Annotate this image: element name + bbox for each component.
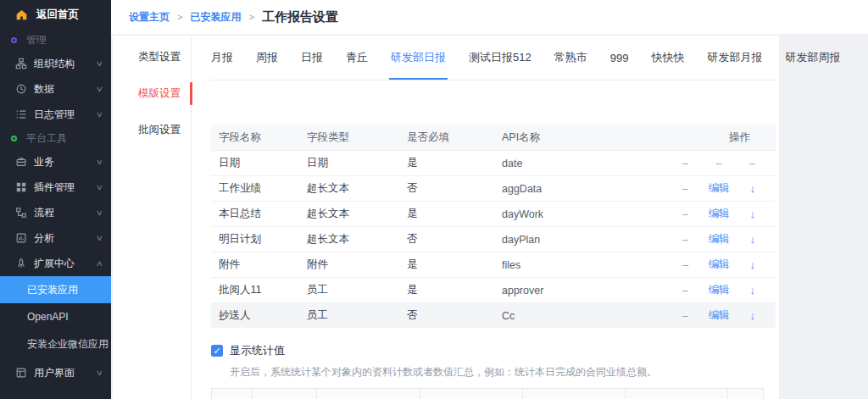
cell-required: 是 (399, 283, 494, 297)
table-row: 工作业绩 超长文本 否 aggData –编辑↓ (211, 175, 776, 201)
sidebar-item-data[interactable]: 数据 ∨ (0, 76, 111, 102)
cell-api-name: dayPlan (494, 234, 682, 246)
breadcrumb-settings-home[interactable]: 设置主页 (129, 10, 170, 25)
content-card: 类型设置 模版设置 批阅设置 月报 周报 日报 青丘 研发部日报 测试日报512… (113, 36, 779, 399)
tab-test-daily-512[interactable]: 测试日报512 (469, 36, 531, 80)
cell-required: 否 (399, 232, 494, 247)
sidebar-subitem-label: 安装企业微信应用 (27, 337, 108, 352)
move-down-icon[interactable]: ↓ (749, 309, 755, 322)
menu-item-type-settings[interactable]: 类型设置 (113, 39, 191, 75)
col-header-required: 是否必填 (399, 130, 494, 145)
op-placeholder: – (682, 234, 688, 246)
tab-999[interactable]: 999 (610, 36, 629, 80)
sidebar-item-label: 流程 (34, 206, 54, 220)
cell-field-name: 抄送人 (211, 308, 299, 323)
sidebar-subitem-openapi[interactable]: OpenAPI (0, 303, 111, 330)
chevron-down-icon: ∨ (96, 59, 103, 68)
table-row: 日期 日期 是 date ––– (211, 150, 776, 175)
edit-link[interactable]: 编辑 (709, 308, 730, 323)
move-down-icon[interactable]: ↓ (749, 284, 755, 296)
move-down-icon[interactable]: ↓ (749, 233, 755, 246)
op-placeholder: – (682, 259, 688, 271)
cell-field-type: 日期 (299, 156, 399, 170)
tab-rd-daily[interactable]: 研发部日报 (391, 36, 446, 80)
stats-description: 开启后，系统统计某个对象内的资料计数或者数值汇总，例如：统计本日完成的合同业绩总… (211, 365, 776, 380)
rocket-icon (15, 258, 27, 269)
tab-weekly[interactable]: 周报 (256, 36, 278, 80)
sidebar-subitem-installed-apps[interactable]: 已安装应用 (0, 276, 111, 303)
col-header-field-type: 字段类型 (299, 130, 399, 145)
org-structure-icon (15, 58, 27, 69)
table-row: 本日总结 超长文本 是 dayWork –编辑↓ (211, 201, 776, 226)
chevron-down-icon: ∨ (96, 183, 103, 191)
sidebar-item-org-structure[interactable]: 组织结构 ∨ (0, 51, 111, 76)
edit-link[interactable]: 编辑 (709, 232, 730, 247)
report-tabs: 月报 周报 日报 青丘 研发部日报 测试日报512 常熟市 999 快快快 研发… (211, 36, 776, 80)
cell-field-type: 员工 (299, 308, 399, 323)
cell-field-type: 超长文本 (299, 207, 399, 221)
sidebar-item-label: 组织结构 (34, 57, 75, 71)
chevron-right-icon: > (177, 12, 182, 22)
chevron-down-icon: ∨ (96, 208, 103, 217)
cell-api-name: files (494, 259, 682, 271)
cell-field-type: 附件 (299, 258, 399, 272)
tab-rd-weekly[interactable]: 研发部周报 (785, 36, 840, 80)
sidebar-subitem-label: 已安装应用 (27, 283, 78, 297)
sidebar-item-label: 插件管理 (34, 180, 75, 195)
edit-link[interactable]: 编辑 (709, 181, 730, 196)
sidebar-item-extension-center[interactable]: 扩展中心 ∧ (0, 251, 111, 276)
edit-link[interactable]: 编辑 (709, 258, 730, 272)
data-icon (15, 83, 27, 95)
sidebar-item-label: 分析 (34, 231, 54, 246)
flow-icon (15, 207, 27, 219)
edit-link[interactable]: 编辑 (709, 283, 730, 297)
op-placeholder: – (682, 183, 688, 195)
tab-qingqiu[interactable]: 青丘 (346, 36, 368, 80)
log-icon (15, 108, 27, 120)
cell-field-name: 工作业绩 (211, 181, 299, 196)
sidebar-subitem-install-wecom-app[interactable]: 安装企业微信应用 (0, 330, 111, 357)
op-placeholder: – (682, 208, 688, 220)
sidebar-item-label: 业务 (34, 155, 54, 169)
sidebar-item-log-management[interactable]: 日志管理 ∨ (0, 102, 111, 127)
back-home-label: 返回首页 (36, 8, 79, 22)
move-down-icon[interactable]: ↓ (749, 208, 755, 220)
cell-field-name: 批阅人11 (211, 283, 299, 297)
cell-required: 否 (399, 308, 494, 323)
sidebar-item-label: 数据 (34, 82, 54, 97)
sidebar-item-business[interactable]: 业务 ∨ (0, 149, 111, 175)
cell-field-type: 超长文本 (299, 181, 399, 196)
sidebar-item-flow[interactable]: 流程 ∨ (0, 200, 111, 225)
sidebar-item-label: 用户界面 (34, 366, 75, 380)
show-stats-checkbox[interactable]: ✓ (211, 345, 223, 357)
cell-api-name: aggData (494, 183, 682, 195)
cell-field-name: 本日总结 (211, 207, 299, 221)
menu-item-review-settings[interactable]: 批阅设置 (113, 112, 191, 148)
settings-menu: 类型设置 模版设置 批阅设置 (113, 36, 192, 399)
sidebar-item-plugin-management[interactable]: 插件管理 ∨ (0, 175, 111, 200)
tab-daily[interactable]: 日报 (301, 36, 323, 80)
move-down-icon[interactable]: ↓ (749, 258, 755, 271)
back-home-button[interactable]: 返回首页 (0, 0, 111, 29)
menu-item-template-settings[interactable]: 模版设置 (113, 75, 191, 112)
sidebar-item-analysis[interactable]: 分析 ∨ (0, 225, 111, 251)
ui-layout-icon (15, 367, 27, 379)
table-row: 抄送人 员工 否 Cc –编辑↓ (211, 302, 776, 328)
cell-required: 是 (399, 258, 494, 272)
tab-monthly[interactable]: 月报 (211, 36, 233, 80)
breadcrumb: 设置主页 > 已安装应用 > 工作报告设置 (111, 0, 868, 34)
tab-changshu[interactable]: 常熟市 (554, 36, 587, 80)
chevron-up-icon: ∧ (96, 259, 103, 268)
tab-rd-monthly[interactable]: 研发部月报 (707, 36, 762, 80)
sidebar-item-user-interface[interactable]: 用户界面 ∨ (0, 360, 111, 385)
show-stats-label: 显示统计值 (230, 343, 285, 358)
sidebar-section-admin: 管理 (0, 29, 111, 51)
edit-link[interactable]: 编辑 (709, 207, 730, 221)
op-placeholder: – (716, 158, 722, 169)
move-down-icon[interactable]: ↓ (749, 182, 755, 195)
table-row: 附件 附件 是 files –编辑↓ (211, 252, 776, 277)
tab-kuaikuaikuai[interactable]: 快快快 (651, 36, 684, 80)
breadcrumb-installed-apps[interactable]: 已安装应用 (190, 10, 241, 25)
op-placeholder: – (682, 158, 688, 169)
chevron-down-icon: ∨ (96, 369, 103, 377)
